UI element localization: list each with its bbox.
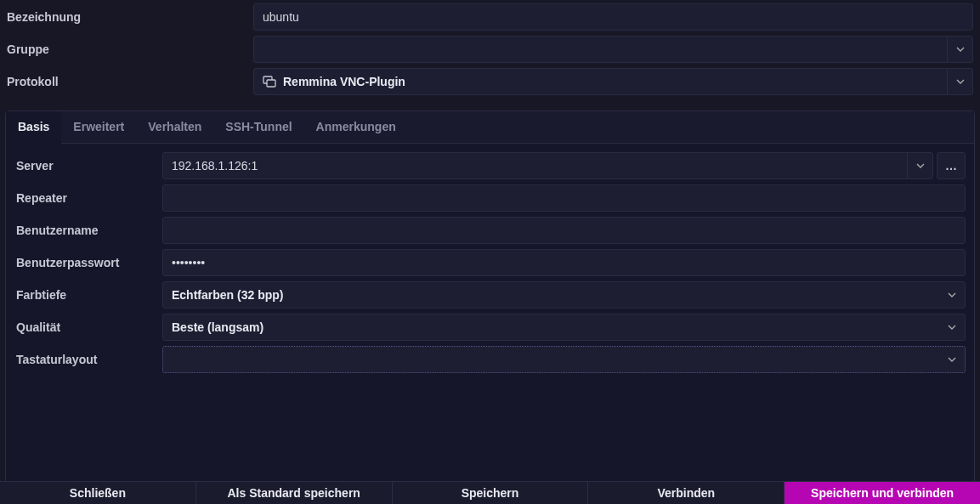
connect-button[interactable]: Verbinden [588,482,785,504]
tab-content-basis: Server … Repeater Benutzername Benutzerp… [6,144,974,485]
tab-sshtunnel[interactable]: SSH-Tunnel [213,111,303,143]
svg-rect-1 [267,80,275,87]
password-label: Benutzerpasswort [14,256,162,269]
colordepth-label: Farbtiefe [14,288,162,302]
close-button[interactable]: Schließen [0,482,196,504]
username-label: Benutzername [14,224,162,237]
colordepth-value: Echtfarben (32 bpp) [163,288,939,302]
chevron-down-icon[interactable] [939,323,965,331]
quality-select[interactable]: Beste (langsam) [162,314,966,341]
tab-bar: Basis Erweitert Verhalten SSH-Tunnel Anm… [6,111,974,144]
username-input[interactable] [162,217,966,244]
keyboard-select[interactable] [162,346,966,373]
chevron-down-icon[interactable] [939,355,965,364]
quality-label: Qualität [14,320,162,334]
save-button[interactable]: Speichern [393,482,589,504]
tab-anmerkungen[interactable]: Anmerkungen [304,111,408,143]
colordepth-select[interactable]: Echtfarben (32 bpp) [162,281,966,309]
keyboard-label: Tastaturlayout [14,353,162,366]
name-input[interactable] [253,3,973,31]
tab-panel: Basis Erweitert Verhalten SSH-Tunnel Anm… [5,110,975,486]
protocol-value: Remmina VNC-Plugin [283,75,405,88]
chevron-down-icon[interactable] [947,69,972,94]
repeater-label: Repeater [14,191,162,205]
chevron-down-icon[interactable] [939,291,965,299]
bottom-bar: Schließen Als Standard speichern Speiche… [0,481,980,504]
tab-basis[interactable]: Basis [6,111,61,144]
password-input[interactable] [162,249,966,276]
repeater-input[interactable] [162,184,966,212]
tab-verhalten[interactable]: Verhalten [136,111,213,143]
name-label: Bezeichnung [7,10,253,24]
tab-erweitert[interactable]: Erweitert [61,111,136,143]
chevron-down-icon[interactable] [907,153,932,178]
server-browse-button[interactable]: … [937,152,966,179]
group-combo[interactable] [253,36,973,63]
chevron-down-icon[interactable] [947,37,972,62]
save-connect-button[interactable]: Speichern und verbinden [785,482,980,504]
save-default-button[interactable]: Als Standard speichern [196,482,393,504]
server-input[interactable] [163,152,907,179]
protocol-label: Protokoll [7,75,253,88]
server-combo[interactable] [162,152,933,179]
remote-screen-icon [263,75,276,88]
server-label: Server [14,159,162,173]
group-label: Gruppe [7,42,253,56]
quality-value: Beste (langsam) [163,320,939,334]
protocol-combo[interactable]: Remmina VNC-Plugin [253,68,973,95]
